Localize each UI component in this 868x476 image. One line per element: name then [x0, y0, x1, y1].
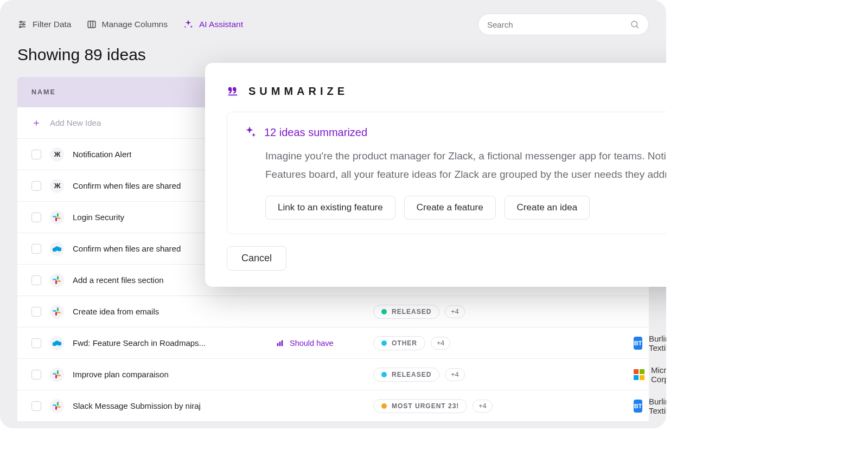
filter-label: Filter Data [33, 20, 72, 29]
zendesk-icon: Ж [54, 182, 60, 190]
cell-priority: Should have [276, 339, 373, 348]
status-dot-icon [381, 372, 387, 377]
ai-assistant-button[interactable]: AI Assistant [183, 19, 243, 30]
slack-icon [53, 276, 61, 285]
search-icon [630, 20, 640, 29]
svg-rect-19 [277, 343, 279, 346]
add-new-idea-label: Add New Idea [50, 118, 101, 127]
status-pill[interactable]: RELEASED [373, 368, 439, 382]
svg-rect-22 [228, 94, 238, 95]
source-badge [50, 242, 64, 256]
extra-count-pill[interactable]: +4 [473, 400, 492, 413]
modal-footer: Cancel [227, 246, 666, 271]
columns-icon [87, 20, 97, 29]
idea-name: Create idea from emails [73, 307, 159, 316]
table-row[interactable]: Improve plan comparaisonRELEASED+4Micros… [17, 359, 649, 390]
status-dot-icon [381, 403, 387, 409]
status-pill[interactable]: MOST URGENT 23! [373, 399, 467, 413]
svg-point-15 [58, 247, 62, 252]
search-field[interactable] [478, 14, 649, 35]
company-name: Burlington Textile [649, 397, 666, 415]
status-pill[interactable]: OTHER [373, 336, 425, 350]
idea-name: Add a recent files section [73, 275, 164, 285]
source-badge [50, 399, 64, 413]
table-row[interactable]: Create idea from emailsRELEASED+4 [17, 296, 649, 327]
row-checkbox[interactable] [31, 150, 41, 159]
idea-name: Confirm when files are shared [73, 244, 181, 253]
create-idea-button[interactable]: Create an idea [505, 196, 590, 220]
extra-count-pill[interactable]: +4 [431, 337, 450, 350]
cell-name: Fwd: Feature Search in Roadmaps... [31, 336, 276, 350]
toolbar-left: Filter Data Manage Columns AI Assistant [17, 19, 243, 30]
idea-name: Confirm when files are shared [73, 181, 181, 190]
source-badge [50, 273, 64, 287]
svg-point-9 [631, 21, 637, 27]
status-text: OTHER [392, 339, 417, 347]
summarize-modal: SUMMARIZE 12 ideas summarized Imagine yo… [205, 63, 666, 287]
idea-name: Fwd: Feature Search in Roadmaps... [73, 338, 206, 348]
ai-label: AI Assistant [199, 20, 243, 29]
idea-name: Improve plan comparaison [73, 370, 169, 379]
manage-columns-button[interactable]: Manage Columns [87, 20, 168, 29]
svg-rect-21 [282, 340, 283, 346]
create-feature-button[interactable]: Create a feature [404, 196, 496, 220]
status-pill[interactable]: RELEASED [373, 305, 439, 319]
row-checkbox[interactable] [31, 338, 41, 348]
row-checkbox[interactable] [31, 307, 41, 317]
columns-label: Manage Columns [102, 20, 168, 29]
salesforce-icon [52, 339, 62, 347]
svg-point-3 [23, 24, 24, 25]
svg-point-18 [58, 342, 62, 346]
source-badge: Ж [50, 147, 64, 162]
cell-name: Improve plan comparaison [31, 368, 276, 382]
row-checkbox[interactable] [31, 244, 41, 254]
sparkle-icon [242, 125, 257, 139]
source-badge [50, 305, 64, 319]
extra-count-pill[interactable]: +4 [445, 368, 464, 381]
cell-name: Create idea from emails [31, 305, 276, 319]
company-badge: BT [634, 400, 642, 413]
row-checkbox[interactable] [31, 213, 41, 222]
modal-header: SUMMARIZE [227, 81, 666, 101]
priority-bars-icon [276, 339, 284, 348]
summary-card: 12 ideas summarized Imagine you're the p… [227, 112, 666, 234]
link-existing-feature-button[interactable]: Link to an existing feature [265, 196, 395, 220]
row-checkbox[interactable] [31, 181, 41, 191]
quote-icon [227, 85, 239, 97]
extra-count-pill[interactable]: +4 [445, 305, 464, 318]
status-text: RELEASED [392, 308, 431, 316]
toolbar: Filter Data Manage Columns AI Assistant [0, 0, 666, 39]
table-row[interactable]: Slack Message Submission by nirajMOST UR… [17, 390, 649, 422]
slack-icon [53, 402, 61, 410]
column-header-name: NAME [31, 88, 56, 96]
priority-text: Should have [290, 339, 334, 348]
company-name: Burlington Textile [649, 334, 666, 352]
idea-name: Login Security [73, 213, 124, 222]
status-text: RELEASED [392, 371, 431, 378]
search-input[interactable] [487, 20, 630, 29]
row-checkbox[interactable] [31, 401, 41, 411]
row-checkbox[interactable] [31, 370, 41, 379]
table-row[interactable]: Fwd: Feature Search in Roadmaps...Should… [17, 327, 649, 359]
slack-icon [53, 370, 61, 379]
source-badge [50, 210, 64, 224]
slack-icon [53, 213, 61, 222]
cancel-button[interactable]: Cancel [227, 246, 286, 271]
cell-source: BTBurlington Textile [634, 334, 666, 352]
zendesk-icon: Ж [54, 150, 60, 158]
sparkle-icon [183, 19, 194, 30]
idea-name: Notification Alert [73, 150, 131, 159]
row-checkbox[interactable] [31, 275, 41, 285]
status-dot-icon [381, 309, 387, 314]
cell-name: Slack Message Submission by niraj [31, 399, 276, 413]
sliders-icon [17, 20, 27, 29]
svg-point-5 [20, 26, 21, 28]
svg-rect-6 [88, 21, 95, 28]
summary-card-title-text: 12 ideas summarized [264, 126, 367, 139]
filter-data-button[interactable]: Filter Data [17, 20, 72, 29]
summary-card-title: 12 ideas summarized [242, 125, 666, 139]
slack-icon [53, 307, 61, 316]
microsoft-icon [634, 369, 644, 380]
salesforce-icon [52, 245, 62, 253]
summary-card-text: Imagine you're the product manager for Z… [265, 147, 666, 184]
